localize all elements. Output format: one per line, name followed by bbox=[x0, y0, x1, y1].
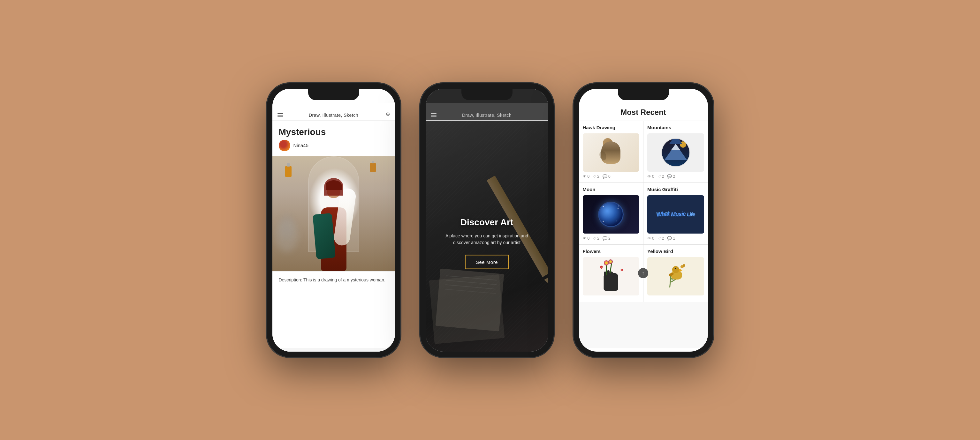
comment-icon-g: 💬 bbox=[667, 236, 672, 241]
app-header-2: Draw, Illustrate, Sketch bbox=[426, 103, 548, 121]
author-row: Nina45 bbox=[272, 140, 395, 156]
notch-3 bbox=[618, 89, 669, 100]
art-thumbnail-yellow-bird bbox=[647, 257, 704, 295]
hamburger-icon-1[interactable] bbox=[277, 113, 283, 117]
discover-title: Discover Art bbox=[442, 217, 532, 227]
post-title: Mysterious bbox=[272, 121, 395, 140]
comments-hawk: 💬 0 bbox=[603, 174, 611, 179]
lantern-2 bbox=[370, 163, 376, 172]
art-thumbnail-hawk bbox=[583, 133, 640, 172]
art-stats-mountains: 👁 0 ♡ 2 💬 2 bbox=[647, 174, 704, 179]
art-thumbnail-flowers: ✲ ✲ bbox=[583, 257, 640, 295]
phone3-content: Most Recent Hawk Drawing bbox=[579, 103, 708, 348]
heart-icon-m: ♡ bbox=[657, 174, 661, 179]
eye-icon: 👁 bbox=[583, 174, 587, 179]
phone-1: Draw, Illustrate, Sketch ⊕ Mysterious Ni… bbox=[267, 83, 401, 357]
moon-art: ✦ ✦ ✦ bbox=[598, 202, 624, 227]
phone2-content: Discover Art A place where you can get i… bbox=[426, 121, 548, 352]
likes-mountains: ♡ 2 bbox=[657, 174, 664, 179]
woman-figure bbox=[311, 175, 356, 271]
phone1-content: Mysterious Nina45 bbox=[272, 121, 395, 352]
art-grid: Hawk Drawing 👁 0 bbox=[579, 121, 708, 302]
search-icon-1[interactable]: ⊕ bbox=[386, 111, 390, 117]
art-stats-moon: 👁 0 ♡ 2 💬 2 bbox=[583, 236, 640, 241]
comments-moon: 💬 2 bbox=[603, 236, 611, 241]
see-more-button[interactable]: See More bbox=[465, 255, 509, 269]
art-card-title-yellow-bird: Yellow Bird bbox=[647, 249, 704, 254]
art-thumbnail-graffiti: What Music Life bbox=[647, 195, 704, 234]
graffiti-text-line2: Music bbox=[671, 211, 686, 218]
header-title-1: Draw, Illustrate, Sketch bbox=[309, 113, 358, 118]
comment-icon-m: 💬 bbox=[667, 174, 672, 179]
most-recent-header: Most Recent bbox=[579, 103, 708, 121]
hamburger-icon-2[interactable] bbox=[431, 113, 436, 117]
art-card-moon[interactable]: Moon ✦ ✦ ✦ 👁 0 bbox=[579, 183, 643, 245]
art-card-title-moon: Moon bbox=[583, 187, 640, 192]
graffiti-text-line3: Life bbox=[687, 211, 695, 217]
phone-2: Draw, Illustrate, Sketch Dis bbox=[420, 83, 554, 357]
action-bar: ♡ 2 Like it! bbox=[272, 348, 395, 352]
discover-subtitle: A place where you can get inspiration an… bbox=[442, 232, 532, 246]
hawk-figure bbox=[598, 138, 624, 167]
art-thumbnail-moon: ✦ ✦ ✦ bbox=[583, 195, 640, 234]
description-text: Description: This is a drawing of a myst… bbox=[272, 271, 395, 288]
views-moon: 👁 0 bbox=[583, 236, 590, 241]
art-card-mountains[interactable]: Mountains 👁 0 ♡ 2 💬 bbox=[643, 121, 708, 183]
hero-text-container: Discover Art A place where you can get i… bbox=[442, 217, 532, 269]
likes-graffiti: ♡ 2 bbox=[657, 236, 664, 241]
phones-container: Draw, Illustrate, Sketch ⊕ Mysterious Ni… bbox=[0, 0, 980, 440]
art-card-title-mountains: Mountains bbox=[647, 125, 704, 130]
comments-graffiti: 💬 1 bbox=[667, 236, 675, 241]
artwork-image bbox=[272, 156, 395, 271]
phone-3: Most Recent Hawk Drawing bbox=[573, 83, 714, 357]
likes-hawk: ♡ 2 bbox=[593, 174, 599, 179]
mysterious-art bbox=[272, 156, 395, 271]
notch-2 bbox=[461, 89, 512, 100]
comments-mountains: 💬 2 bbox=[667, 174, 675, 179]
art-stats-graffiti: 👁 0 ♡ 2 💬 1 bbox=[647, 236, 704, 241]
lantern-1 bbox=[285, 166, 291, 177]
comment-icon-mo: 💬 bbox=[603, 236, 607, 241]
author-name: Nina45 bbox=[293, 143, 309, 148]
yellow-bird-figure bbox=[665, 264, 687, 289]
art-card-title-flowers: Flowers bbox=[583, 249, 640, 254]
flowers-art: ✲ ✲ bbox=[598, 262, 624, 291]
graffiti-art: What Music Life bbox=[657, 211, 695, 218]
mountain-circle bbox=[661, 138, 690, 167]
heart-icon-mo: ♡ bbox=[593, 236, 596, 241]
app-header-1: Draw, Illustrate, Sketch ⊕ bbox=[272, 103, 395, 121]
scroll-up-button[interactable]: ↑ bbox=[638, 268, 648, 278]
views-graffiti: 👁 0 bbox=[647, 236, 654, 241]
art-thumbnail-mountains bbox=[647, 133, 704, 172]
art-card-graffiti[interactable]: Music Graffiti What Music Life 👁 0 ♡ 2 � bbox=[643, 183, 708, 245]
comment-icon: 💬 bbox=[603, 174, 607, 179]
art-stats-hawk: 👁 0 ♡ 2 💬 0 bbox=[583, 174, 640, 179]
art-card-yellow-bird[interactable]: Yellow Bird bbox=[643, 245, 708, 302]
art-card-hawk[interactable]: Hawk Drawing 👁 0 bbox=[579, 121, 643, 183]
eye-icon-mo: 👁 bbox=[583, 236, 587, 241]
smoke-2 bbox=[279, 214, 295, 239]
eye-icon-m: 👁 bbox=[647, 174, 651, 179]
art-card-flowers[interactable]: Flowers bbox=[579, 245, 643, 302]
likes-moon: ♡ 2 bbox=[593, 236, 599, 241]
views-mountains: 👁 0 bbox=[647, 174, 654, 179]
views-hawk: 👁 0 bbox=[583, 174, 590, 179]
heart-icon-g: ♡ bbox=[657, 236, 661, 241]
notch-1 bbox=[308, 89, 359, 100]
author-avatar bbox=[279, 140, 290, 151]
graffiti-text-line1: What bbox=[656, 211, 670, 218]
art-card-title-hawk: Hawk Drawing bbox=[583, 125, 640, 130]
art-card-title-graffiti: Music Graffiti bbox=[647, 187, 704, 192]
eye-icon-g: 👁 bbox=[647, 236, 651, 241]
most-recent-title: Most Recent bbox=[585, 108, 702, 117]
heart-icon: ♡ bbox=[593, 174, 596, 179]
header-title-2: Draw, Illustrate, Sketch bbox=[462, 113, 512, 118]
